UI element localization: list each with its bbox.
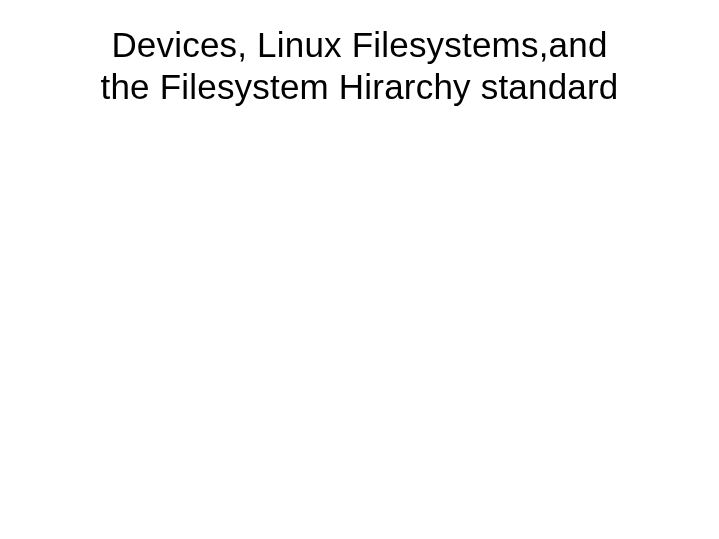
slide-container: Devices, Linux Filesystems,and the Files… bbox=[0, 0, 719, 539]
title-line-2: the Filesystem Hirarchy standard bbox=[101, 67, 619, 106]
title-line-1: Devices, Linux Filesystems,and bbox=[111, 25, 607, 64]
slide-title: Devices, Linux Filesystems,and the Files… bbox=[0, 24, 719, 108]
